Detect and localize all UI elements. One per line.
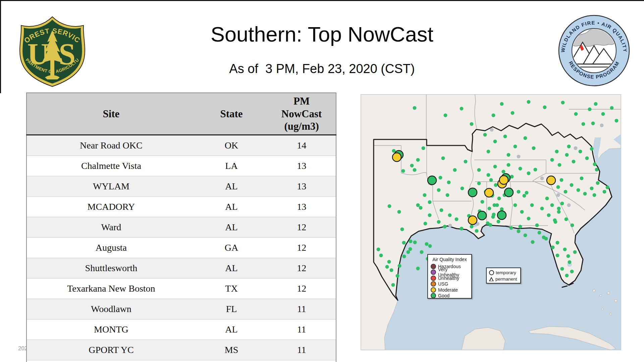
table-cell: 14 (267, 135, 336, 156)
good-monitor-dot (503, 135, 507, 138)
table-cell: 11 (267, 340, 336, 360)
good-monitor-dot (606, 186, 609, 189)
good-monitor-dot (527, 172, 531, 175)
good-monitor-dot (572, 160, 576, 164)
good-monitor-dot (560, 178, 564, 182)
table-cell: 12 (267, 238, 336, 258)
good-monitor-dot (553, 219, 557, 222)
good-monitor-dot (535, 224, 539, 227)
good-monitor-dot (514, 203, 517, 207)
nowcast-table: SiteStatePM NowCast (ug/m3) Near Road OK… (26, 93, 338, 362)
good-monitor-dot (420, 250, 424, 254)
good-monitor-dot (530, 203, 534, 207)
good-monitor-dot (470, 122, 474, 126)
good-monitor-dot (565, 153, 569, 157)
aqi-legend-item: Moderate (430, 287, 469, 293)
good-monitor-dot (410, 164, 414, 168)
good-monitor-dot (555, 150, 559, 154)
marker-type-legend: temporary permanent (486, 267, 521, 284)
good-monitor-dot (398, 264, 401, 268)
good-monitor-dot (507, 153, 511, 157)
good-monitor-dot (527, 100, 531, 104)
good-monitor-dot (527, 217, 531, 221)
table-cell: 13 (267, 156, 336, 176)
good-monitor-dot (594, 102, 598, 106)
good-monitor-dot (487, 150, 490, 154)
good-monitor-dot (571, 224, 574, 227)
page-title: Southern: Top NowCast (0, 22, 644, 46)
good-monitor-dot (590, 187, 594, 190)
table-row: AugustaGA12 (26, 238, 336, 258)
good-site-marker (428, 176, 436, 185)
good-monitor-dot (517, 230, 521, 233)
good-monitor-dot (493, 203, 496, 207)
column-header: State (196, 93, 267, 135)
table-row: WoodlawnFL11 (26, 299, 336, 319)
good-monitor-dot (615, 119, 619, 123)
good-monitor-dot (580, 177, 584, 180)
good-monitor-dot (400, 228, 404, 231)
good-monitor-dot (489, 223, 492, 227)
good-monitor-dot (460, 227, 464, 231)
good-monitor-dot (388, 204, 391, 208)
good-monitor-dot (519, 225, 522, 229)
good-monitor-dot (441, 157, 445, 160)
temporary-marker-icon (489, 270, 494, 275)
good-monitor-dot (422, 146, 425, 150)
moderate-site-marker (547, 176, 555, 185)
good-monitor-dot (545, 197, 549, 200)
good-monitor-dot (397, 210, 401, 214)
good-monitor-dot (423, 193, 427, 197)
good-monitor-dot (428, 244, 432, 248)
good-monitor-dot (560, 202, 564, 205)
moderate-site-marker (468, 216, 477, 225)
good-monitor-dot (409, 240, 413, 243)
column-header: PM NowCast (ug/m3) (267, 93, 336, 135)
gray-monitor-dot (567, 203, 571, 207)
table-cell: AL (196, 217, 267, 238)
good-monitor-dot (570, 270, 574, 274)
moderate-site-marker (499, 176, 508, 184)
aqi-swatch-icon (431, 281, 436, 287)
good-monitor-dot (593, 193, 596, 197)
table-cell: 13 (267, 176, 336, 197)
good-monitor-dot (591, 122, 595, 125)
good-monitor-dot (595, 168, 599, 172)
table-cell: MS (196, 340, 267, 360)
aqi-legend-label: USG (438, 281, 448, 287)
good-monitor-dot (585, 157, 589, 160)
screen-top-edge (0, 0, 644, 1)
good-monitor-dot (447, 181, 451, 184)
aqi-legend-title: Air Quality Index (430, 257, 469, 262)
temporary-label: temporary (496, 270, 516, 275)
good-monitor-dot (547, 214, 551, 217)
table-cell: FL (196, 299, 267, 319)
table-cell: GPORT YC (26, 340, 196, 360)
table-cell: MONTG (26, 319, 196, 340)
aqi-legend: Air Quality Index HazardousVery Unhealth… (427, 254, 472, 299)
gray-monitor-dot (517, 155, 521, 159)
good-monitor-dot (477, 182, 481, 185)
good-monitor-dot (493, 140, 497, 143)
aqi-swatch-icon (431, 276, 436, 281)
good-monitor-dot (543, 106, 547, 109)
good-monitor-dot (507, 163, 511, 167)
good-monitor-dot (475, 229, 479, 233)
aqi-legend-label: Unhealthy (438, 276, 459, 281)
good-monitor-dot (488, 207, 491, 210)
table-cell: Shuttlesworth (26, 258, 196, 279)
table-cell: MCADORY (26, 197, 196, 217)
good-monitor-dot (440, 208, 443, 212)
good-monitor-dot (377, 248, 380, 251)
good-monitor-dot (568, 260, 572, 264)
good-monitor-dot (416, 203, 420, 207)
aqi-swatch-icon (431, 293, 436, 298)
good-monitor-dot (402, 241, 406, 245)
table-row: WardAL12 (26, 217, 336, 238)
good-monitor-dot (570, 183, 574, 187)
column-header: Site (26, 93, 196, 135)
good-monitor-dot (534, 168, 537, 172)
table-cell: LA (196, 156, 267, 176)
good-monitor-dot (425, 242, 429, 246)
good-monitor-dot (582, 122, 585, 126)
